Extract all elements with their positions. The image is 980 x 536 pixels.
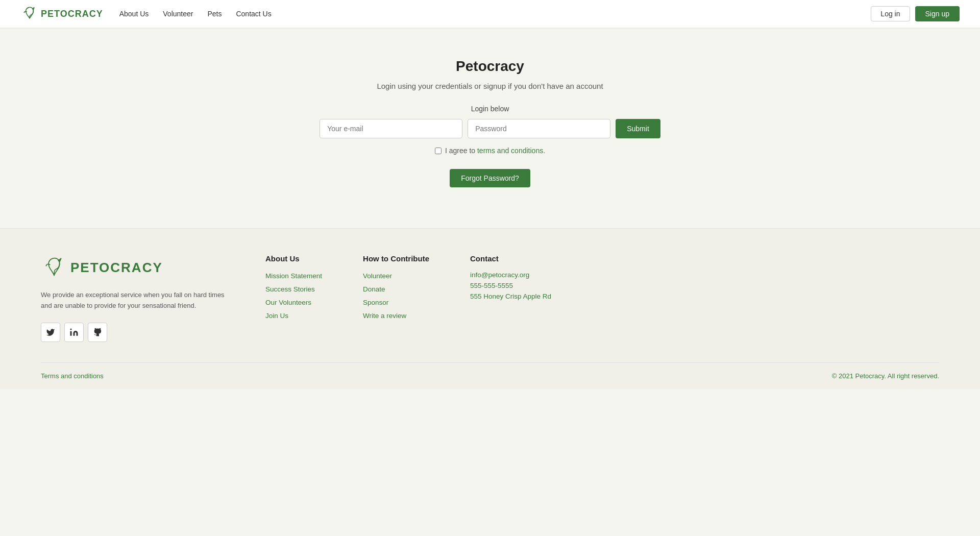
- contact-phone: 555-555-5555: [470, 282, 551, 289]
- footer-copyright: © 2021 Petocracy. All right reserved.: [832, 372, 939, 380]
- nav-volunteer[interactable]: Volunteer: [163, 10, 193, 18]
- brand-name: PETOCRACY: [41, 9, 103, 19]
- svg-rect-0: [70, 331, 72, 335]
- linkedin-svg: [69, 328, 79, 337]
- footer-brand-name: PETOCRACY: [70, 260, 163, 276]
- terms-label: I agree to terms and conditions.: [445, 147, 545, 155]
- list-item: Mission Statement: [265, 271, 322, 280]
- list-item: Donate: [363, 284, 429, 294]
- footer-description: We provide an exceptional service when y…: [41, 290, 235, 311]
- svg-point-1: [70, 328, 72, 330]
- footer-contribute-links: Volunteer Donate Sponsor Write a review: [363, 271, 429, 320]
- login-button[interactable]: Log in: [871, 6, 910, 21]
- write-review-link[interactable]: Write a review: [363, 312, 406, 320]
- password-input[interactable]: [468, 119, 610, 138]
- footer-columns: About Us Mission Statement Success Stori…: [265, 254, 939, 342]
- volunteer-link[interactable]: Volunteer: [363, 272, 392, 280]
- list-item: Volunteer: [363, 271, 429, 280]
- mission-statement-link[interactable]: Mission Statement: [265, 272, 322, 280]
- twitter-icon[interactable]: [41, 323, 60, 342]
- terms-checkbox[interactable]: [435, 148, 442, 154]
- github-svg: [93, 328, 102, 337]
- brand-link[interactable]: PETOCRACY: [20, 5, 103, 23]
- submit-button[interactable]: Submit: [616, 119, 660, 138]
- login-form-row: Submit: [320, 119, 660, 138]
- footer-main: PETOCRACY We provide an exceptional serv…: [41, 254, 939, 362]
- main-content: Petocracy Login using your credentials o…: [0, 28, 980, 228]
- donate-link[interactable]: Donate: [363, 285, 385, 293]
- social-icons: [41, 323, 235, 342]
- success-stories-link[interactable]: Success Stories: [265, 285, 315, 293]
- footer-about-heading: About Us: [265, 254, 322, 263]
- nav-pets[interactable]: Pets: [207, 10, 222, 18]
- nav-contact-us[interactable]: Contact Us: [236, 10, 271, 18]
- footer-logo: PETOCRACY: [41, 254, 235, 281]
- linkedin-icon[interactable]: [64, 323, 84, 342]
- list-item: Join Us: [265, 311, 322, 320]
- footer-bottom: Terms and conditions © 2021 Petocracy. A…: [41, 362, 939, 389]
- contact-address: 555 Honey Crisp Apple Rd: [470, 293, 551, 300]
- brand-logo-icon: [20, 5, 39, 23]
- footer: PETOCRACY We provide an exceptional serv…: [0, 228, 980, 389]
- github-icon[interactable]: [88, 323, 107, 342]
- footer-logo-icon: [41, 254, 67, 281]
- list-item: Write a review: [363, 311, 429, 320]
- signup-button[interactable]: Sign up: [915, 6, 960, 21]
- footer-about-links: Mission Statement Success Stories Our Vo…: [265, 271, 322, 320]
- footer-brand-col: PETOCRACY We provide an exceptional serv…: [41, 254, 235, 342]
- email-input[interactable]: [320, 119, 462, 138]
- list-item: Our Volunteers: [265, 298, 322, 307]
- footer-contribute-heading: How to Contribute: [363, 254, 429, 263]
- login-label: Login below: [471, 105, 509, 113]
- contact-email: info@petocracy.org: [470, 271, 551, 279]
- page-title: Petocracy: [456, 58, 524, 75]
- footer-col-about: About Us Mission Statement Success Stori…: [265, 254, 322, 342]
- terms-conditions-link[interactable]: Terms and conditions: [41, 372, 104, 380]
- nav-links: About Us Volunteer Pets Contact Us: [119, 10, 871, 18]
- join-us-link[interactable]: Join Us: [265, 312, 288, 320]
- our-volunteers-link[interactable]: Our Volunteers: [265, 299, 311, 306]
- twitter-svg: [46, 328, 55, 337]
- footer-contact-heading: Contact: [470, 254, 551, 263]
- list-item: Success Stories: [265, 284, 322, 294]
- forgot-password-button[interactable]: Forgot Password?: [450, 169, 530, 187]
- list-item: Sponsor: [363, 298, 429, 307]
- footer-col-contact: Contact info@petocracy.org 555-555-5555 …: [470, 254, 551, 342]
- terms-link[interactable]: terms and conditions.: [477, 147, 545, 155]
- sponsor-link[interactable]: Sponsor: [363, 299, 388, 306]
- terms-row: I agree to terms and conditions.: [435, 147, 545, 155]
- page-subtitle: Login using your credentials or signup i…: [377, 82, 603, 90]
- navbar: PETOCRACY About Us Volunteer Pets Contac…: [0, 0, 980, 28]
- nav-about-us[interactable]: About Us: [119, 10, 149, 18]
- navbar-actions: Log in Sign up: [871, 6, 960, 21]
- footer-col-contribute: How to Contribute Volunteer Donate Spons…: [363, 254, 429, 342]
